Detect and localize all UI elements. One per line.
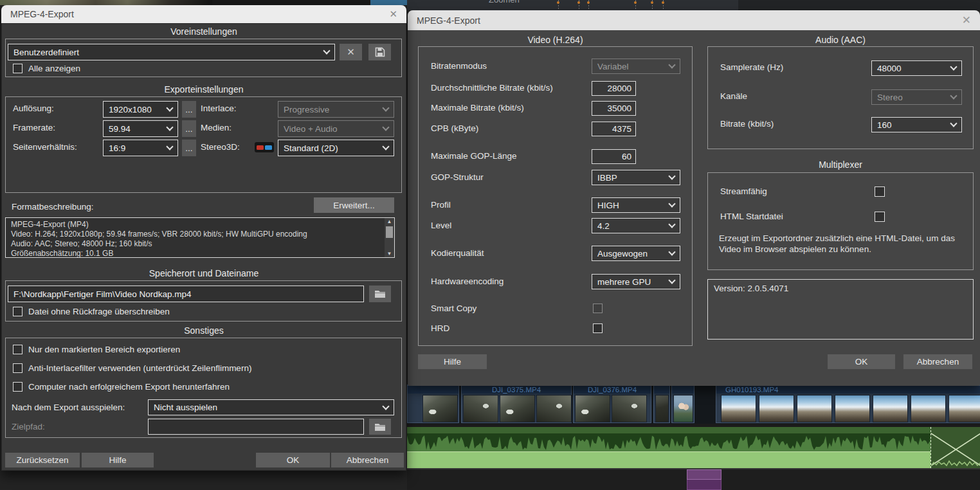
media-select: Video + Audio [278,120,394,137]
profile-label: Profil [431,200,451,210]
audio-clip[interactable] [407,427,930,468]
ok-button[interactable]: OK [828,354,895,369]
resolution-select[interactable]: 1920x1080 [103,101,178,118]
video-clip[interactable] [407,385,459,423]
stereo3d-select[interactable]: Standard (2D) [278,140,394,156]
anti-interlace-checkbox[interactable] [13,363,23,373]
export-section-header: Exporteinstellungen [1,84,406,95]
reset-button[interactable]: Zurücksetzen [5,453,80,467]
gop-structure-select[interactable]: IBBP [592,170,680,185]
format-line-4: Größenabschätzung: 10.1 GB [11,249,381,258]
max-bitrate-input[interactable]: 35000 [592,101,636,116]
target-browse-button[interactable] [369,419,391,435]
samplerate-label: Samplerate (Hz) [720,62,783,72]
clip-thumbnail [835,395,870,422]
zoom-tool-label: Zoomen [489,0,520,5]
audio-bitrate-select[interactable]: 160 [871,117,962,132]
audio-crossfade[interactable] [930,427,980,468]
scrollbar-thumb[interactable] [386,226,393,238]
advanced-button[interactable]: Erweitert... [314,197,394,213]
title-object[interactable] [687,469,721,480]
help-button[interactable]: Hilfe [418,354,487,369]
video-clip-dji-0375[interactable]: DJI_0375.MP4 [461,385,572,423]
overwrite-checkbox[interactable] [13,307,23,316]
timeline-marker [588,0,589,10]
cpb-input[interactable]: 4375 [592,122,636,136]
multiplexer-note: Erzeugt im Exportordner zusätzlich eine … [719,233,967,255]
profile-select[interactable]: HIGH [592,197,680,213]
timeline-toolbar-strip: Zoomen [407,0,980,10]
folder-icon [374,289,386,298]
streamable-label: Streamfähig [720,186,767,196]
bitrate-mode-select: Variabel [592,59,680,74]
play-after-label: Nach dem Export ausspielen: [12,403,125,412]
title-object-lower[interactable] [687,480,721,490]
clip-thumbnail [612,395,647,422]
framerate-select[interactable]: 59.94 [103,120,178,137]
media-label: Medien: [201,123,231,132]
preset-select[interactable]: Benutzerdefiniert [8,44,335,60]
dialog-titlebar[interactable]: MPEG-4-Export ✕ [408,10,980,30]
hrd-checkbox[interactable] [593,323,603,333]
smart-copy-label: Smart Copy [431,304,476,313]
hardware-encoding-label: Hardwareencoding [431,277,504,286]
cancel-button[interactable]: Abbrechen [903,354,972,369]
ok-button[interactable]: OK [256,453,330,467]
level-select[interactable]: 4.2 [592,218,680,233]
presets-section-header: Voreinstellungen [1,26,406,37]
audio-track[interactable] [407,427,980,468]
clip-thumbnail [536,395,572,422]
smart-copy-checkbox [593,304,603,313]
samplerate-select[interactable]: 48000 [871,60,962,76]
destination-section-header: Speicherort und Dateiname [1,268,406,278]
version-box: Version: 2.0.5.4071 [707,279,974,340]
arrow-up-icon[interactable]: ▲ [385,218,394,225]
streamable-checkbox[interactable] [875,186,885,197]
cpb-label: CPB (kByte) [431,123,478,133]
quality-select[interactable]: Ausgewogen [592,246,680,261]
bitrate-mode-label: Bitratenmodus [431,61,487,71]
video-clip-dji-0376[interactable]: DJI_0376.MP4 [573,385,651,423]
delete-preset-button[interactable]: ✕ [340,44,362,60]
aspect-ratio-label: Seitenverhältnis: [13,142,77,152]
version-text: Version: 2.0.5.4071 [714,284,788,293]
dialog-titlebar[interactable]: MPEG-4-Export ✕ [1,5,406,23]
framerate-more-button[interactable]: ... [182,120,196,137]
multiplexer-section-header: Multiplexer [707,159,974,170]
video-clip-short[interactable] [653,385,670,423]
floppy-icon [375,47,385,57]
clip-title: GH010193.MP4 [716,386,980,394]
close-icon[interactable]: ✕ [962,14,971,27]
target-path-input[interactable] [148,419,364,435]
show-all-checkbox[interactable] [13,64,23,73]
channels-select: Stereo [871,89,962,105]
export-path-input[interactable]: F:\Nordkapp\Fertiger Film\Video Nordkap.… [8,286,364,302]
clip-header [654,386,669,394]
export-range-checkbox[interactable] [13,345,23,354]
arrow-down-icon[interactable]: ▼ [385,250,394,257]
misc-section-header: Sonstiges [1,325,406,336]
video-clip-selfie[interactable] [671,385,694,423]
stereo3d-label: Stereo3D: [201,142,240,152]
chevron-down-icon [668,221,675,228]
folder-icon [374,422,386,431]
timeline-marker [635,0,636,10]
save-preset-button[interactable] [368,44,391,60]
cancel-button[interactable]: Abbrechen [331,453,404,467]
aspect-more-button[interactable]: ... [182,140,196,156]
show-all-label: Alle anzeigen [28,64,80,73]
scrollbar[interactable]: ▲ ▼ [385,218,394,257]
browse-folder-button[interactable] [369,286,391,302]
avg-bitrate-input[interactable]: 28000 [592,81,636,96]
play-after-select[interactable]: Nicht ausspielen [148,399,394,415]
aspect-ratio-select[interactable]: 16:9 [103,140,178,156]
help-button[interactable]: Hilfe [82,453,154,467]
mpeg4-export-codec-dialog: MPEG-4-Export ✕ Video (H.264) Bitratenmo… [408,10,980,386]
close-icon[interactable]: ✕ [389,8,397,20]
video-clip-gh010193[interactable]: GH010193.MP4 [716,385,980,423]
shutdown-checkbox[interactable] [13,382,23,392]
hardware-encoding-select[interactable]: mehrere GPU [592,274,680,289]
resolution-more-button[interactable]: ... [182,101,196,118]
gop-length-input[interactable]: 60 [592,149,636,164]
html-start-checkbox[interactable] [875,212,885,222]
